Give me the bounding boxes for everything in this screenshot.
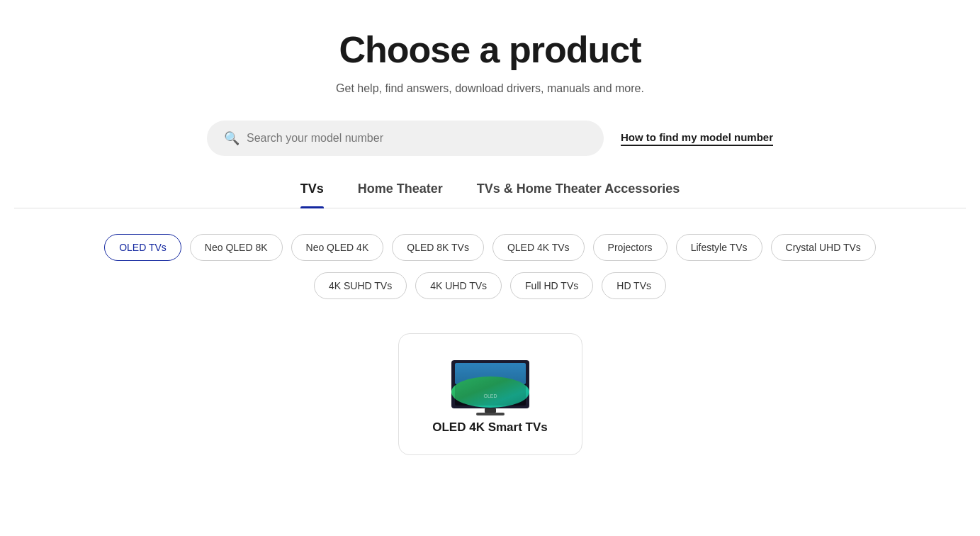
product-card-name: OLED 4K Smart TVs	[432, 420, 548, 435]
pill-oled-tvs[interactable]: OLED TVs	[104, 234, 181, 261]
pill-4k-suhd-tvs[interactable]: 4K SUHD TVs	[314, 272, 407, 299]
pill-qled-4k-tvs[interactable]: QLED 4K TVs	[492, 234, 585, 261]
page-subtitle: Get help, find answers, download drivers…	[14, 82, 966, 95]
pill-lifestyle-tvs[interactable]: Lifestyle TVs	[676, 234, 762, 261]
tab-home-theater[interactable]: Home Theater	[358, 182, 443, 208]
pills-row-2: 4K SUHD TVs 4K UHD TVs Full HD TVs HD TV…	[14, 272, 966, 299]
pill-crystal-uhd-tvs[interactable]: Crystal UHD TVs	[771, 234, 876, 261]
svg-rect-7	[476, 413, 505, 415]
page-wrapper: Choose a product Get help, find answers,…	[0, 0, 980, 484]
svg-rect-4	[455, 363, 526, 406]
pill-hd-tvs[interactable]: HD TVs	[602, 272, 666, 299]
product-card-oled-4k[interactable]: OLED OLED 4K Smart TVs	[398, 333, 582, 455]
tabs-row: TVs Home Theater TVs & Home Theater Acce…	[14, 182, 966, 208]
model-number-link[interactable]: How to find my model number	[621, 131, 773, 146]
svg-text:OLED: OLED	[483, 393, 497, 398]
svg-rect-6	[485, 408, 496, 413]
pill-full-hd-tvs[interactable]: Full HD TVs	[510, 272, 593, 299]
search-bar[interactable]: 🔍	[207, 121, 604, 156]
pill-4k-uhd-tvs[interactable]: 4K UHD TVs	[415, 272, 502, 299]
pills-row-1: OLED TVs Neo QLED 8K Neo QLED 4K QLED 8K…	[14, 234, 966, 261]
tv-product-image: OLED	[448, 357, 533, 420]
search-row: 🔍 How to find my model number	[14, 121, 966, 156]
search-icon: 🔍	[224, 130, 240, 146]
tab-tvs-accessories[interactable]: TVs & Home Theater Accessories	[477, 182, 680, 208]
pill-qled-8k-tvs[interactable]: QLED 8K TVs	[392, 234, 484, 261]
search-input[interactable]	[247, 132, 587, 145]
pill-projectors[interactable]: Projectors	[593, 234, 668, 261]
page-title: Choose a product	[14, 28, 966, 71]
tab-tvs[interactable]: TVs	[300, 182, 324, 208]
pill-neo-qled-4k[interactable]: Neo QLED 4K	[291, 234, 384, 261]
pill-neo-qled-8k[interactable]: Neo QLED 8K	[190, 234, 283, 261]
